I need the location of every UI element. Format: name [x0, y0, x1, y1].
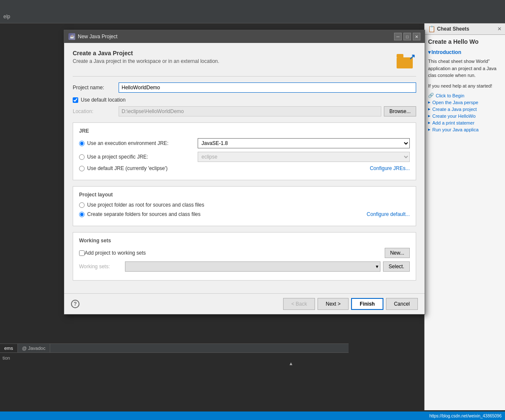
back-button[interactable]: < Back — [283, 298, 315, 310]
dialog-footer: ? < Back Next > Finish Cancel — [64, 293, 425, 314]
bottom-tab-problems[interactable]: ems — [0, 344, 18, 352]
jre-section: JRE Use an execution environment JRE: Ja… — [73, 122, 416, 180]
project-name-row: Project name: — [73, 82, 416, 93]
cheat-sheets-panel: 📋 Cheat Sheets ✕ Create a Hello Wo ▾ Int… — [424, 23, 505, 410]
link-arrow-3: ▸ — [428, 120, 431, 125]
click-icon: 🔗 — [428, 93, 434, 98]
cheat-sheets-header: 📋 Cheat Sheets ✕ — [425, 23, 505, 35]
jre-option-3-row: Use default JRE (currently 'eclipse') Co… — [79, 165, 410, 171]
project-layout-label: Project layout — [79, 192, 410, 198]
layout-separate-folders-label: Create separate folders for sources and … — [87, 211, 201, 217]
add-to-working-sets-label: Add project to working sets — [85, 250, 146, 256]
link-arrow-4: ▸ — [428, 127, 431, 132]
dialog-divider — [73, 76, 416, 77]
layout-separate-folders-radio[interactable] — [79, 212, 85, 217]
layout-project-root-radio[interactable] — [79, 202, 85, 208]
use-default-location-row: Use default location — [73, 97, 416, 103]
dialog-header-section: Create a Java Project Create a Java proj… — [73, 50, 416, 70]
click-to-begin-link[interactable]: 🔗 Click to Begin — [428, 93, 502, 98]
dialog-controls: ─ □ ✕ — [394, 33, 420, 40]
jre-section-label: JRE — [79, 128, 410, 134]
add-to-working-sets-checkbox[interactable] — [79, 250, 85, 256]
working-sets-combo-arrow: ▾ — [376, 264, 378, 270]
project-name-label: Project name: — [73, 85, 115, 91]
cheat-link-1[interactable]: ▸ Create a Java project — [428, 106, 502, 112]
location-label: Location: — [73, 108, 115, 114]
status-bar: https://blog.csdn.net/weixin_43865096 — [0, 411, 505, 420]
dialog-title-left: ☕ New Java Project — [68, 33, 117, 40]
working-sets-section: Working sets Add project to working sets… — [73, 232, 416, 281]
working-sets-field-row: Working sets: ▾ Select. — [79, 261, 410, 272]
cheat-intro-text2: If you need help at any started! — [428, 82, 502, 90]
maximize-button[interactable]: □ — [403, 33, 411, 40]
layout-option-1-row: Use project folder as root for sources a… — [79, 202, 410, 208]
jre-execution-env-label: Use an execution environment JRE: — [87, 140, 198, 146]
jre-specific-radio[interactable] — [79, 154, 85, 160]
next-button[interactable]: Next > — [318, 298, 349, 310]
bottom-tabs: ems @ Javadoc — [0, 344, 349, 353]
dialog-subtitle: Create a Java project in the workspace o… — [73, 58, 219, 64]
jre-default-label: Use default JRE (currently 'eclipse') — [87, 165, 198, 171]
working-sets-combo[interactable]: ▾ — [125, 261, 380, 272]
ide-menubar: elp — [0, 0, 505, 23]
jre-default-radio[interactable] — [79, 166, 85, 171]
configure-default-link[interactable]: Configure default... — [367, 211, 410, 217]
cheat-sheets-close-icon[interactable]: ✕ — [497, 26, 502, 32]
location-row: Location: Browse... — [73, 106, 416, 116]
jre-option-2-row: Use a project specific JRE: eclipse — [79, 152, 410, 162]
cheat-link-0[interactable]: ▸ Open the Java perspe — [428, 99, 502, 105]
cheat-sheets-content: Create a Hello Wo ▾ Introduction This ch… — [425, 35, 505, 409]
link-arrow-2: ▸ — [428, 113, 431, 119]
layout-project-root-label: Use project folder as root for sources a… — [87, 202, 204, 208]
dialog-title-text: New Java Project — [78, 34, 117, 40]
folder-arrow-icon: ↗ — [409, 52, 415, 62]
bottom-content-text: tion — [3, 355, 10, 360]
status-url: https://blog.csdn.net/weixin_43865096 — [429, 414, 502, 418]
dialog-titlebar: ☕ New Java Project ─ □ ✕ — [64, 30, 425, 43]
cheat-sheets-title-row: 📋 Cheat Sheets — [428, 26, 469, 32]
help-button[interactable]: ? — [71, 300, 79, 308]
select-working-set-button[interactable]: Select. — [383, 261, 410, 272]
bottom-content: tion ▲ — [0, 353, 349, 363]
footer-buttons: < Back Next > Finish Cancel — [283, 298, 418, 310]
cheat-main-title: Create a Hello Wo — [428, 38, 502, 45]
cancel-button[interactable]: Cancel — [386, 298, 418, 310]
cheat-link-4[interactable]: ▸ Run your Java applica — [428, 127, 502, 132]
add-to-working-sets-row: Add project to working sets New... — [79, 248, 410, 258]
browse-button[interactable]: Browse... — [384, 106, 416, 116]
close-button[interactable]: ✕ — [413, 33, 420, 40]
use-default-location-label: Use default location — [81, 97, 125, 103]
ide-bottom-panel: ems @ Javadoc tion ▲ — [0, 343, 349, 420]
minimize-button[interactable]: ─ — [394, 33, 402, 40]
dialog-header-text: Create a Java Project Create a Java proj… — [73, 50, 219, 64]
jre-specific-label: Use a project specific JRE: — [87, 154, 198, 160]
folder-tab-icon — [397, 54, 403, 57]
expand-icon[interactable]: ▲ — [289, 361, 293, 366]
menu-help[interactable]: elp — [0, 12, 14, 21]
use-default-location-checkbox[interactable] — [73, 97, 78, 103]
cheat-link-2[interactable]: ▸ Create your HelloWo — [428, 113, 502, 119]
section-arrow-icon: ▾ — [428, 49, 431, 55]
finish-button[interactable]: Finish — [351, 298, 383, 310]
layout-option-2-row: Create separate folders for sources and … — [79, 211, 410, 217]
dialog-main-title: Create a Java Project — [73, 50, 219, 57]
dialog-header-icon: ↗ — [396, 50, 416, 70]
footer-left: ? — [71, 300, 79, 308]
cheat-section-title[interactable]: ▾ Introduction — [428, 49, 502, 55]
jre-option-1-row: Use an execution environment JRE: JavaSE… — [79, 138, 410, 148]
link-arrow-1: ▸ — [428, 106, 431, 112]
project-name-input[interactable] — [119, 82, 416, 93]
configure-jres-link[interactable]: Configure JREs... — [370, 165, 410, 171]
cheat-sheets-icon: 📋 — [428, 26, 435, 32]
jre-specific-select[interactable]: eclipse — [198, 152, 410, 162]
cheat-sheets-title: Cheat Sheets — [437, 26, 469, 32]
cheat-intro-text1: This cheat sheet show World" application… — [428, 58, 502, 79]
cheat-link-3[interactable]: ▸ Add a print statemer — [428, 120, 502, 125]
new-working-set-button[interactable]: New... — [385, 248, 410, 258]
bottom-tab-javadoc[interactable]: @ Javadoc — [18, 344, 50, 352]
jre-execution-env-select[interactable]: JavaSE-1.8 JavaSE-11 JavaSE-17 — [198, 138, 410, 148]
location-input[interactable] — [119, 106, 381, 116]
dialog-title-icon: ☕ — [68, 33, 75, 40]
working-sets-section-label: Working sets — [79, 238, 410, 244]
jre-execution-env-radio[interactable] — [79, 141, 85, 146]
